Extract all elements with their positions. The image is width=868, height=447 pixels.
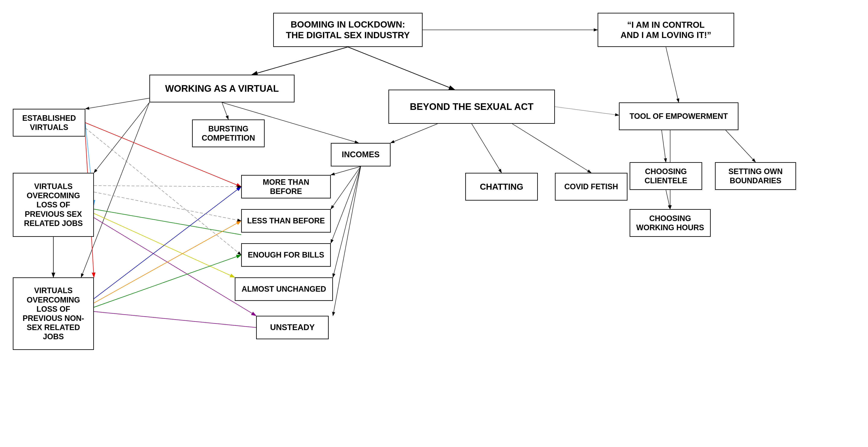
node-established: ESTABLISHEDVIRTUALS [13,109,85,136]
svg-line-13 [94,102,149,173]
node-beyond: BEYOND THE SEXUAL ACT [389,90,555,124]
svg-line-43 [555,107,619,115]
svg-line-41 [94,192,241,221]
node-control: “I AM IN CONTROLAND I AM LOVING IT!” [597,13,734,47]
node-more-than: MORE THAN BEFORE [241,175,331,198]
node-root: BOOMING IN LOCKDOWN:THE DIGITAL SEX INDU… [273,13,423,47]
svg-line-33 [94,209,241,235]
arrows-svg [0,0,868,447]
node-tool-empowerment: TOOL OF EMPOWERMENT [619,102,739,130]
svg-line-9 [348,47,455,90]
diagram-container: BOOMING IN LOCKDOWN:THE DIGITAL SEX INDU… [0,0,868,447]
svg-line-40 [94,186,241,187]
node-covid-fetish: COVID FETISH [555,173,627,200]
svg-line-24 [331,166,361,175]
svg-line-34 [94,213,235,277]
svg-line-11 [666,47,679,102]
svg-line-25 [331,166,361,209]
node-bursting: BURSTINGCOMPETITION [192,120,265,147]
node-unsteady: UNSTEADY [256,316,329,339]
svg-line-37 [94,255,241,307]
svg-line-35 [94,218,256,316]
svg-line-19 [512,124,591,173]
svg-line-36 [94,187,241,299]
node-enough: ENOUGH FOR BILLS [241,243,331,267]
svg-line-38 [94,221,241,303]
svg-line-26 [331,166,361,243]
node-less-than: LESS THAN BEFORE [241,209,331,232]
svg-line-28 [333,166,361,316]
node-choosing-clientele: CHOOSINGCLIENTELE [630,162,702,190]
svg-line-12 [85,98,149,109]
node-setting-boundaries: SETTING OWNBOUNDARIES [715,162,796,190]
node-chatting: CHATTING [465,173,538,200]
svg-line-39 [94,312,256,327]
svg-line-27 [333,166,361,277]
node-overcoming-sex: VIRTUALSOVERCOMINGLOSS OFPREVIOUS SEXREL… [13,173,94,237]
svg-line-18 [472,124,501,173]
node-choosing-hours: CHOOSINGWORKING HOURS [630,209,711,237]
svg-line-8 [252,47,348,75]
svg-line-15 [222,102,228,120]
svg-line-20 [662,130,666,162]
node-overcoming-nonsex: VIRTUALSOVERCOMINGLOSS OFPREVIOUS NON-SE… [13,277,94,350]
node-virtual: WORKING AS A VIRTUAL [149,75,294,102]
svg-line-22 [726,130,755,162]
node-incomes: INCOMES [331,143,391,166]
node-unchanged: ALMOST UNCHANGED [235,277,333,301]
svg-line-17 [391,124,437,143]
svg-line-23 [666,190,670,209]
